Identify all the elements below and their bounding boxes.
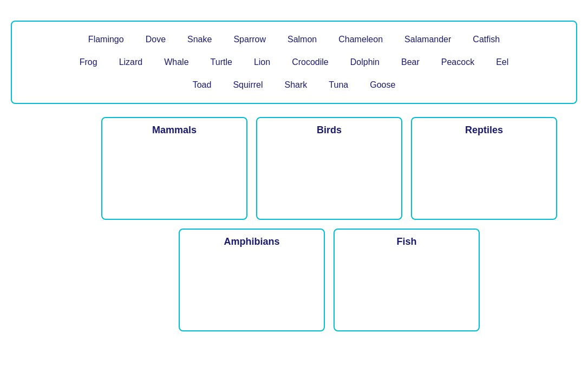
animal-token[interactable]: Lizard xyxy=(108,55,154,69)
animal-token[interactable]: Eel xyxy=(485,55,519,69)
animal-token[interactable]: Flamingo xyxy=(77,32,135,47)
drop-box-title-reptiles: Reptiles xyxy=(412,118,556,142)
drop-row-1: MammalsBirdsReptiles xyxy=(101,117,557,220)
animal-token[interactable]: Goose xyxy=(359,78,406,92)
drop-box-title-mammals: Mammals xyxy=(102,118,246,142)
animal-token[interactable]: Whale xyxy=(153,55,199,69)
animal-row-2: FrogLizardWhaleTurtleLionCrocodileDolphi… xyxy=(28,55,560,69)
animal-token[interactable]: Salmon xyxy=(277,32,328,47)
drop-box-mammals[interactable]: Mammals xyxy=(101,117,247,220)
animal-token[interactable]: Toad xyxy=(182,78,223,92)
drop-box-content-reptiles[interactable] xyxy=(412,142,556,219)
drop-box-title-fish: Fish xyxy=(335,230,479,254)
drop-box-amphibians[interactable]: Amphibians xyxy=(179,229,325,331)
animal-token[interactable]: Turtle xyxy=(200,55,243,69)
animal-token[interactable]: Frog xyxy=(69,55,108,69)
drop-box-content-mammals[interactable] xyxy=(102,142,246,219)
animal-token[interactable]: Tuna xyxy=(318,78,359,92)
animal-token[interactable]: Catfish xyxy=(462,32,511,47)
animal-row-1: FlamingoDoveSnakeSparrowSalmonChameleonS… xyxy=(28,32,560,47)
drop-box-content-birds[interactable] xyxy=(257,142,401,219)
drop-box-reptiles[interactable]: Reptiles xyxy=(411,117,557,220)
animal-row-3: ToadSquirrelSharkTunaGoose xyxy=(28,78,560,92)
drop-box-fish[interactable]: Fish xyxy=(334,229,480,331)
source-box: FlamingoDoveSnakeSparrowSalmonChameleonS… xyxy=(11,21,577,104)
drop-row-2: AmphibiansFish xyxy=(179,229,480,331)
animal-token[interactable]: Salamander xyxy=(394,32,462,47)
animal-token[interactable]: Snake xyxy=(177,32,223,47)
drop-box-title-birds: Birds xyxy=(257,118,401,142)
animal-token[interactable]: Squirrel xyxy=(222,78,273,92)
animal-token[interactable]: Lion xyxy=(243,55,281,69)
animal-token[interactable]: Chameleon xyxy=(328,32,394,47)
animal-token[interactable]: Shark xyxy=(274,78,318,92)
animal-token[interactable]: Dove xyxy=(135,32,177,47)
drop-box-content-amphibians[interactable] xyxy=(180,254,324,330)
drop-zones: MammalsBirdsReptiles AmphibiansFish xyxy=(11,117,577,331)
drop-box-content-fish[interactable] xyxy=(335,254,479,330)
animal-token[interactable]: Crocodile xyxy=(281,55,339,69)
drop-box-birds[interactable]: Birds xyxy=(256,117,402,220)
animal-token[interactable]: Bear xyxy=(390,55,430,69)
animal-token[interactable]: Peacock xyxy=(430,55,485,69)
animal-token[interactable]: Sparrow xyxy=(223,32,277,47)
animal-token[interactable]: Dolphin xyxy=(339,55,390,69)
drop-box-title-amphibians: Amphibians xyxy=(180,230,324,254)
